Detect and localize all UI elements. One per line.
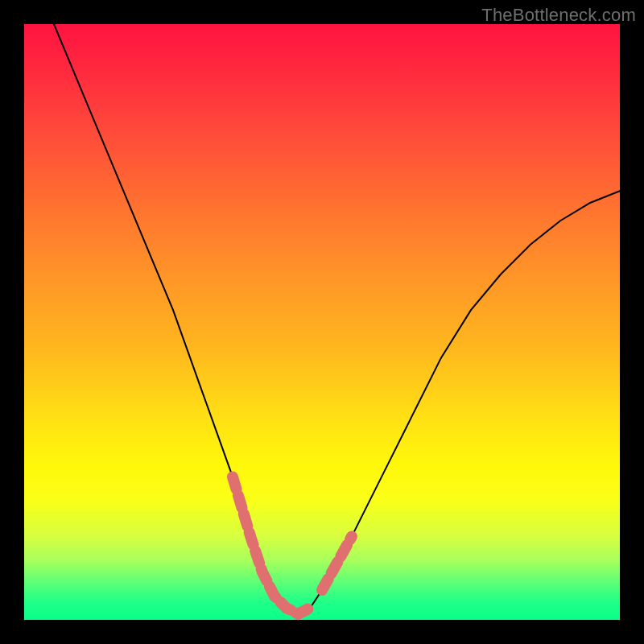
curve-svg: [24, 24, 620, 620]
watermark-text: TheBottleneck.com: [481, 5, 636, 26]
chart-frame: TheBottleneck.com: [0, 0, 644, 644]
plot-area: [24, 24, 620, 620]
highlight-right: [322, 536, 352, 590]
bottleneck-curve: [54, 24, 620, 614]
highlight-left: [233, 477, 310, 613]
